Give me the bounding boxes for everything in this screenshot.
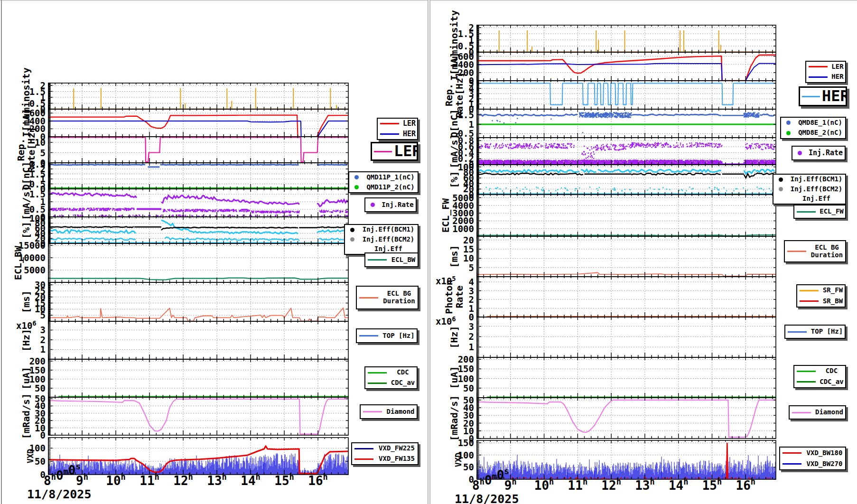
subplot-eclbw: 15000100005000ECL_BW bbox=[12, 240, 348, 282]
subplot-cdc: 20015010050[uA] bbox=[20, 356, 348, 397]
series-LER bbox=[477, 55, 776, 81]
series-Diamond bbox=[477, 400, 776, 437]
axis-title: [%] bbox=[448, 171, 460, 188]
series-LER bbox=[48, 115, 348, 137]
series-QMD11P_1 bbox=[48, 165, 145, 165]
panel-left: 21.510.50Luminosity6004002000I[mA]1050Re… bbox=[12, 67, 348, 501]
xtick-label: 9h bbox=[504, 477, 517, 493]
subplot-charge: 1.510.5Q[nC] bbox=[448, 109, 776, 139]
ytick-label: 1 bbox=[469, 342, 474, 352]
xtick-label: 11h bbox=[568, 477, 588, 493]
xtick-label: 11h bbox=[140, 472, 159, 488]
date-label: 11/8/2025 bbox=[455, 492, 519, 504]
series-injeff-bcm1 bbox=[632, 173, 721, 175]
xtick-label: 12h bbox=[173, 472, 193, 488]
series-rep-LER bbox=[48, 137, 348, 162]
ytick-label: 50 bbox=[35, 456, 46, 467]
series-injeff-cyan bbox=[756, 169, 775, 172]
beam-monitor-window: 21.510.50Luminosity6004002000I[mA]1050Re… bbox=[0, 0, 857, 504]
series-injrate-band1 bbox=[317, 200, 348, 206]
series-ECL_FW bbox=[477, 235, 776, 235]
panel-right: 21.510.50Luminosity6004002000I[mA]543210… bbox=[436, 10, 776, 504]
subplot-cdc: 20015010050[uA] bbox=[448, 354, 776, 398]
subplot-diamond: 50403020100[mRad/s] bbox=[20, 393, 348, 440]
subplot-top: 321[Hz]x106 bbox=[436, 315, 776, 357]
series-injeff-cyan bbox=[48, 230, 136, 233]
series-injeff-bcm1 bbox=[48, 227, 134, 228]
subplot-injeff: 100806040200[%] bbox=[448, 162, 776, 200]
axis-title: VXD bbox=[454, 453, 463, 467]
ytick-label: 3 bbox=[40, 325, 46, 335]
series-injeff-bcm1 bbox=[756, 173, 775, 175]
axis-title: [Hz] bbox=[20, 329, 32, 352]
xtick-label: 14h bbox=[669, 477, 689, 493]
axis-title: Rep. bbox=[15, 138, 27, 161]
series-ECL_BW bbox=[48, 278, 348, 280]
axis-title: Q[nC] bbox=[448, 109, 460, 138]
series-injeff-cyan bbox=[581, 169, 596, 172]
series-injrate-band1 bbox=[161, 196, 299, 205]
series-QMD11P_1 bbox=[160, 165, 299, 165]
xtick-label: 14h bbox=[241, 472, 261, 488]
series-Diamond bbox=[48, 399, 348, 434]
axis-title: [%] bbox=[20, 222, 32, 239]
axis-title: [ms] bbox=[20, 290, 32, 313]
series-QMD11P_1 bbox=[317, 165, 347, 165]
axis-title: [uA] bbox=[20, 367, 32, 390]
xtick-label: 16h bbox=[308, 472, 328, 488]
ytick-label: 100 bbox=[458, 373, 474, 384]
series-injeff-bcm1 bbox=[477, 173, 583, 175]
axis-title: Rep. bbox=[443, 84, 455, 106]
ytick-label: 150 bbox=[458, 438, 474, 448]
series-ecl-bg-duration bbox=[48, 308, 348, 321]
xtick-label: 13h bbox=[635, 477, 655, 493]
subplot-luminosity: 21.510.50Luminosity bbox=[448, 10, 776, 67]
ytick-label: 0 bbox=[40, 430, 46, 440]
xtick-label: 12h bbox=[601, 477, 621, 493]
axis-title: [Hz] bbox=[448, 326, 460, 348]
ytick-label: 200 bbox=[458, 354, 474, 364]
series-injrate-band1 bbox=[48, 193, 137, 197]
series-QMD8E_1 bbox=[632, 114, 721, 116]
axis-scale-note: x106 bbox=[436, 315, 456, 327]
ytick-label: 1000 bbox=[452, 224, 474, 234]
ytick-label: 50 bbox=[463, 383, 474, 393]
series-VXD_FW135 bbox=[48, 446, 348, 474]
axis-title: [uA] bbox=[448, 366, 460, 389]
subplot-top: 321[Hz]x106 bbox=[16, 319, 348, 359]
axis-title: VXD bbox=[26, 449, 35, 464]
axis-title: [mRad/s] bbox=[448, 395, 460, 441]
series-injeff-cyan bbox=[477, 170, 579, 173]
xtick-label: 10h bbox=[106, 472, 126, 488]
date-label: 11/8/2025 bbox=[27, 487, 91, 501]
ytick-label: 5 bbox=[469, 262, 474, 273]
window-left-edge bbox=[1, 0, 2, 504]
ytick-label: 2 bbox=[40, 335, 46, 345]
axis-title: [mRad/s] bbox=[20, 393, 32, 439]
subplot-reprate: 1050Rep.Rate[Hz] bbox=[15, 127, 348, 172]
xtick-label: 16h bbox=[736, 477, 756, 493]
ytick-label: 5000 bbox=[24, 265, 46, 275]
xtick-label: 15h bbox=[274, 472, 294, 488]
ytick-label: 3 bbox=[469, 321, 474, 332]
ytick-label: 150 bbox=[458, 364, 474, 374]
xtick-label: 9h bbox=[76, 472, 88, 488]
ytick-label: 50 bbox=[35, 383, 46, 393]
subplot-reprate: 543210Rep.Rate[Hz] bbox=[443, 72, 776, 118]
series-rep-HER bbox=[477, 84, 776, 105]
subplot-diamond: 50403020100[mRad/s] bbox=[448, 395, 776, 444]
panel-divider bbox=[428, 0, 430, 504]
axis-title: [ms] bbox=[448, 245, 460, 268]
series-injeff-cyan bbox=[598, 169, 721, 172]
series-injeff-bcm1 bbox=[317, 227, 347, 228]
subplot-luminosity: 21.510.50Luminosity bbox=[20, 67, 348, 124]
axis-title: Rate bbox=[454, 285, 465, 308]
ytick-label: 5 bbox=[40, 148, 46, 158]
ytick-label: 50 bbox=[463, 462, 474, 472]
ytick-label: 2 bbox=[469, 331, 474, 342]
ytick-label: 1 bbox=[40, 344, 46, 355]
subplot-eclbg: 2015105[ms] bbox=[448, 235, 776, 277]
xtick-label: 10h bbox=[534, 477, 554, 493]
ytick-label: 5 bbox=[40, 310, 46, 320]
series-HER bbox=[477, 64, 776, 81]
